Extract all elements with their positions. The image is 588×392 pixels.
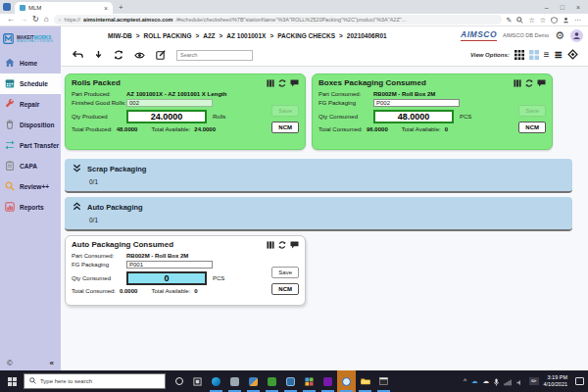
list-view-icon[interactable]: ≡ <box>544 50 550 60</box>
network-icon[interactable] <box>504 372 512 390</box>
undo-icon[interactable] <box>73 50 83 60</box>
browser-tab[interactable]: MLM × <box>15 2 113 14</box>
user-avatar[interactable] <box>570 29 583 42</box>
profile-icon[interactable] <box>563 17 569 24</box>
zoom-icon[interactable] <box>516 17 523 24</box>
refresh-icon[interactable] <box>525 79 533 87</box>
qty-consumed-input[interactable] <box>373 110 454 123</box>
reports-app-icon[interactable] <box>281 370 300 392</box>
tray-chevron-up-icon[interactable]: ^ <box>464 378 466 385</box>
breadcrumb-product[interactable]: A2Z <box>203 32 215 39</box>
ncm-button[interactable]: NCM <box>271 122 299 133</box>
comment-icon[interactable] <box>537 79 546 87</box>
sidebar-item-reports[interactable]: Reports <box>0 197 61 218</box>
mail-app-icon[interactable] <box>225 370 244 392</box>
photos-app-icon[interactable] <box>263 370 281 392</box>
chevron-double-up-icon[interactable] <box>73 202 81 213</box>
fg-packaging-input[interactable] <box>126 261 213 269</box>
onenote-app-icon[interactable] <box>318 370 337 392</box>
breadcrumb-checks[interactable]: PACKING CHECKS <box>277 32 335 39</box>
task-view-icon[interactable] <box>188 370 207 392</box>
file-explorer-icon[interactable] <box>356 370 374 392</box>
cortana-icon[interactable] <box>170 370 188 392</box>
refresh-icon[interactable] <box>278 241 286 249</box>
site-info-icon[interactable]: ○ <box>59 17 62 23</box>
tab-close-icon[interactable]: × <box>104 5 108 12</box>
table-columns-icon[interactable] <box>267 79 274 87</box>
table-columns-icon[interactable] <box>267 241 274 249</box>
active-app-icon[interactable] <box>337 370 356 392</box>
save-button[interactable]: Save <box>271 267 299 278</box>
settings-gear-icon[interactable]: ⚙ <box>555 30 564 41</box>
reload-icon[interactable]: ↻ <box>32 16 39 24</box>
comment-icon[interactable] <box>290 241 299 249</box>
save-button[interactable]: Save <box>518 105 546 117</box>
edit-icon[interactable] <box>156 50 166 60</box>
refresh-icon[interactable] <box>114 50 123 60</box>
view-eye-icon[interactable] <box>134 51 145 60</box>
finished-good-rolls-input[interactable] <box>126 99 213 107</box>
start-button[interactable] <box>0 370 24 392</box>
window-maximize-button[interactable]: □ <box>561 4 564 11</box>
taskbar-search[interactable]: Type here to search <box>24 373 166 389</box>
sidebar-item-disposition[interactable]: Disposition <box>0 115 61 135</box>
dense-list-view-icon[interactable]: ≣ <box>555 50 563 60</box>
redo-icon[interactable] <box>94 50 103 60</box>
table-columns-icon[interactable] <box>514 79 521 87</box>
sidebar-item-review[interactable]: Review++ <box>0 176 61 197</box>
db-environment-label: AIMSCO DB Demo <box>503 32 549 38</box>
sidebar-item-schedule[interactable]: Schedule <box>0 74 61 94</box>
people-app-icon[interactable] <box>244 370 263 392</box>
chevron-double-down-icon[interactable] <box>73 164 81 174</box>
unit-label: PCS <box>213 275 224 281</box>
action-center-icon[interactable] <box>575 377 584 385</box>
collections-icon[interactable]: ☆ <box>540 17 546 24</box>
cloud-icon[interactable]: ☁ <box>483 378 490 385</box>
favorites-icon[interactable]: ☆ <box>528 17 534 24</box>
refresh-icon[interactable] <box>278 79 286 87</box>
sidebar-item-home[interactable]: Home <box>0 53 61 74</box>
ncm-button[interactable]: NCM <box>271 283 299 295</box>
settings-app-icon[interactable] <box>300 370 318 392</box>
forward-icon[interactable]: → <box>20 16 27 24</box>
diamond-view-icon[interactable] <box>567 46 578 64</box>
pen-icon[interactable]: ✏ <box>529 377 538 386</box>
back-icon[interactable]: ← <box>7 16 15 24</box>
section-auto-packaging[interactable]: Auto Packaging 0/1 <box>65 197 572 231</box>
search-input[interactable] <box>176 50 253 61</box>
onedrive-cloud-icon[interactable]: ☁ <box>471 378 478 385</box>
home-icon[interactable]: ⌂ <box>44 16 49 24</box>
mic-icon[interactable] <box>494 372 499 390</box>
read-aloud-icon[interactable]: ✎ <box>507 17 513 24</box>
comment-icon[interactable] <box>290 79 299 87</box>
unit-label: PCS <box>460 114 471 120</box>
window-close-button[interactable]: × <box>576 4 580 11</box>
address-bar[interactable]: ○ https://aimsinternal.acmptest.aimsco.c… <box>54 15 502 24</box>
part-consumed-value: RB002M - Roll Box 2M <box>126 253 188 259</box>
sidebar-item-repair[interactable]: Repair <box>0 94 61 115</box>
more-menu-icon[interactable]: ⋯ <box>574 17 581 24</box>
breadcrumb-db[interactable]: MIW-DB <box>108 32 132 39</box>
sidebar-collapse-icon[interactable]: « <box>50 359 54 368</box>
grid-view-icon[interactable] <box>514 46 524 64</box>
volume-icon[interactable] <box>516 372 524 390</box>
fg-packaging-input[interactable] <box>373 99 460 107</box>
edge-taskbar-icon[interactable] <box>207 370 225 392</box>
ncm-button[interactable]: NCM <box>518 122 546 133</box>
breadcrumb-station[interactable]: ROLL PACKING <box>144 32 192 39</box>
console-window-icon[interactable] <box>374 370 393 392</box>
save-button[interactable]: Save <box>271 105 299 117</box>
section-scrap-packaging[interactable]: Scrap Packaging 0/1 <box>65 159 572 193</box>
qty-produced-input[interactable] <box>126 110 207 123</box>
qty-consumed-input[interactable] <box>126 271 207 285</box>
window-minimize-button[interactable]: – <box>545 4 549 11</box>
taskbar-clock[interactable]: 3:19 PM 4/10/2021 <box>544 374 567 387</box>
breadcrumb-run[interactable]: 20210406R01 <box>347 32 387 39</box>
sidebar-item-part-transfer[interactable]: Part Transfer <box>0 135 61 156</box>
tile-view-icon[interactable] <box>529 46 539 64</box>
sidebar-item-capa[interactable]: CAPA <box>0 156 61 176</box>
breadcrumb-part[interactable]: AZ 1001001X <box>226 32 266 39</box>
url-domain: aimsinternal.acmptest.aimsco.com <box>83 17 172 23</box>
extensions-icon[interactable] <box>551 17 558 24</box>
new-tab-button[interactable]: + <box>119 3 123 12</box>
